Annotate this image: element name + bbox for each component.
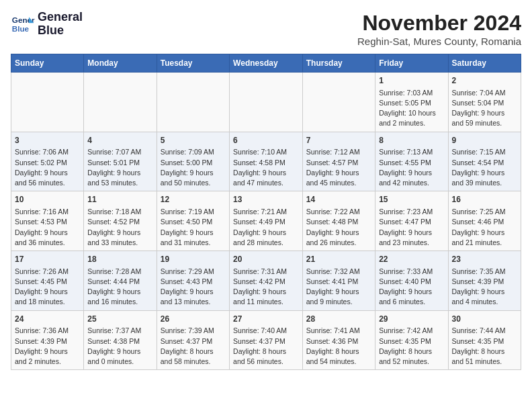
weekday-thursday: Thursday: [302, 54, 375, 73]
day-details: Sunrise: 7:39 AM Sunset: 4:37 PM Dayligh…: [161, 326, 226, 367]
day-number: 18: [87, 254, 152, 265]
day-number: 19: [161, 254, 226, 265]
day-details: Sunrise: 7:06 AM Sunset: 5:02 PM Dayligh…: [15, 147, 80, 188]
day-number: 24: [15, 314, 80, 325]
day-cell: 10Sunrise: 7:16 AM Sunset: 4:53 PM Dayli…: [11, 191, 84, 251]
day-details: Sunrise: 7:16 AM Sunset: 4:53 PM Dayligh…: [15, 207, 80, 248]
logo-name: General Blue: [38, 11, 83, 38]
day-number: 2: [452, 75, 518, 87]
day-number: 30: [452, 314, 518, 325]
day-cell: 28Sunrise: 7:41 AM Sunset: 4:36 PM Dayli…: [302, 310, 375, 370]
day-details: Sunrise: 7:07 AM Sunset: 5:01 PM Dayligh…: [87, 147, 152, 188]
calendar-header: SundayMondayTuesdayWednesdayThursdayFrid…: [11, 54, 521, 73]
day-details: Sunrise: 7:36 AM Sunset: 4:39 PM Dayligh…: [15, 326, 80, 367]
day-details: Sunrise: 7:26 AM Sunset: 4:45 PM Dayligh…: [15, 267, 80, 308]
day-number: 4: [87, 135, 152, 146]
calendar-table: SundayMondayTuesdayWednesdayThursdayFrid…: [11, 54, 521, 370]
day-number: 6: [233, 135, 299, 146]
day-cell: [84, 73, 157, 132]
header: General Blue General Blue November 2024 …: [11, 11, 521, 47]
day-cell: 16Sunrise: 7:25 AM Sunset: 4:46 PM Dayli…: [448, 191, 521, 251]
day-number: 12: [161, 194, 226, 205]
day-cell: 21Sunrise: 7:32 AM Sunset: 4:41 PM Dayli…: [302, 251, 375, 311]
day-cell: [11, 73, 84, 132]
day-cell: 3Sunrise: 7:06 AM Sunset: 5:02 PM Daylig…: [11, 132, 84, 191]
day-number: 8: [379, 135, 444, 146]
day-cell: [157, 73, 229, 132]
day-details: Sunrise: 7:19 AM Sunset: 4:50 PM Dayligh…: [161, 207, 226, 248]
day-number: 14: [306, 194, 371, 205]
logo: General Blue General Blue: [11, 11, 83, 38]
subtitle: Reghin-Sat, Mures County, Romania: [357, 36, 521, 47]
weekday-wednesday: Wednesday: [230, 54, 303, 73]
day-details: Sunrise: 7:42 AM Sunset: 4:35 PM Dayligh…: [379, 326, 444, 367]
day-cell: 1Sunrise: 7:03 AM Sunset: 5:05 PM Daylig…: [375, 73, 448, 132]
week-row-3: 10Sunrise: 7:16 AM Sunset: 4:53 PM Dayli…: [11, 191, 521, 251]
day-details: Sunrise: 7:40 AM Sunset: 4:37 PM Dayligh…: [233, 326, 299, 367]
week-row-1: 1Sunrise: 7:03 AM Sunset: 5:05 PM Daylig…: [11, 73, 521, 132]
day-cell: 14Sunrise: 7:22 AM Sunset: 4:48 PM Dayli…: [302, 191, 375, 251]
day-number: 27: [233, 314, 299, 325]
day-number: 20: [233, 254, 299, 265]
day-cell: 27Sunrise: 7:40 AM Sunset: 4:37 PM Dayli…: [230, 310, 303, 370]
day-cell: 8Sunrise: 7:13 AM Sunset: 4:55 PM Daylig…: [375, 132, 448, 191]
general-blue-icon: General Blue: [11, 12, 35, 36]
weekday-friday: Friday: [375, 54, 448, 73]
day-number: 25: [87, 314, 152, 325]
day-number: 23: [452, 254, 518, 265]
day-number: 7: [306, 135, 371, 146]
day-details: Sunrise: 7:18 AM Sunset: 4:52 PM Dayligh…: [87, 207, 152, 248]
svg-text:General: General: [12, 15, 35, 24]
day-cell: 2Sunrise: 7:04 AM Sunset: 5:04 PM Daylig…: [448, 73, 521, 132]
day-details: Sunrise: 7:44 AM Sunset: 4:35 PM Dayligh…: [452, 326, 518, 367]
day-details: Sunrise: 7:37 AM Sunset: 4:38 PM Dayligh…: [87, 326, 152, 367]
day-number: 10: [15, 194, 80, 205]
day-details: Sunrise: 7:31 AM Sunset: 4:42 PM Dayligh…: [233, 267, 299, 308]
day-cell: 9Sunrise: 7:15 AM Sunset: 4:54 PM Daylig…: [448, 132, 521, 191]
day-cell: 29Sunrise: 7:42 AM Sunset: 4:35 PM Dayli…: [375, 310, 448, 370]
day-cell: 26Sunrise: 7:39 AM Sunset: 4:37 PM Dayli…: [157, 310, 229, 370]
day-number: 11: [87, 194, 152, 205]
day-details: Sunrise: 7:15 AM Sunset: 4:54 PM Dayligh…: [452, 147, 518, 188]
day-number: 16: [452, 194, 518, 205]
day-details: Sunrise: 7:35 AM Sunset: 4:39 PM Dayligh…: [452, 267, 518, 308]
day-details: Sunrise: 7:28 AM Sunset: 4:44 PM Dayligh…: [87, 267, 152, 308]
day-number: 9: [452, 135, 518, 146]
day-number: 1: [379, 75, 444, 87]
day-number: 17: [15, 254, 80, 265]
day-cell: 4Sunrise: 7:07 AM Sunset: 5:01 PM Daylig…: [84, 132, 157, 191]
day-details: Sunrise: 7:29 AM Sunset: 4:43 PM Dayligh…: [161, 267, 226, 308]
title-block: November 2024 Reghin-Sat, Mures County, …: [357, 11, 521, 47]
day-number: 21: [306, 254, 371, 265]
day-details: Sunrise: 7:25 AM Sunset: 4:46 PM Dayligh…: [452, 207, 518, 248]
day-number: 28: [306, 314, 371, 325]
day-cell: 25Sunrise: 7:37 AM Sunset: 4:38 PM Dayli…: [84, 310, 157, 370]
weekday-tuesday: Tuesday: [157, 54, 229, 73]
day-number: 29: [379, 314, 444, 325]
day-number: 3: [15, 135, 80, 146]
week-row-4: 17Sunrise: 7:26 AM Sunset: 4:45 PM Dayli…: [11, 251, 521, 311]
day-details: Sunrise: 7:22 AM Sunset: 4:48 PM Dayligh…: [306, 207, 371, 248]
day-cell: 11Sunrise: 7:18 AM Sunset: 4:52 PM Dayli…: [84, 191, 157, 251]
month-title: November 2024: [357, 11, 521, 36]
week-row-2: 3Sunrise: 7:06 AM Sunset: 5:02 PM Daylig…: [11, 132, 521, 191]
day-cell: 12Sunrise: 7:19 AM Sunset: 4:50 PM Dayli…: [157, 191, 229, 251]
day-details: Sunrise: 7:03 AM Sunset: 5:05 PM Dayligh…: [379, 88, 444, 129]
weekday-sunday: Sunday: [11, 54, 84, 73]
day-cell: 6Sunrise: 7:10 AM Sunset: 4:58 PM Daylig…: [230, 132, 303, 191]
day-details: Sunrise: 7:13 AM Sunset: 4:55 PM Dayligh…: [379, 147, 444, 188]
day-cell: 5Sunrise: 7:09 AM Sunset: 5:00 PM Daylig…: [157, 132, 229, 191]
weekday-monday: Monday: [84, 54, 157, 73]
day-details: Sunrise: 7:32 AM Sunset: 4:41 PM Dayligh…: [306, 267, 371, 308]
day-cell: [302, 73, 375, 132]
weekday-saturday: Saturday: [448, 54, 521, 73]
day-number: 5: [161, 135, 226, 146]
week-row-5: 24Sunrise: 7:36 AM Sunset: 4:39 PM Dayli…: [11, 310, 521, 370]
day-cell: [230, 73, 303, 132]
day-number: 22: [379, 254, 444, 265]
day-cell: 30Sunrise: 7:44 AM Sunset: 4:35 PM Dayli…: [448, 310, 521, 370]
day-details: Sunrise: 7:10 AM Sunset: 4:58 PM Dayligh…: [233, 147, 299, 188]
day-details: Sunrise: 7:33 AM Sunset: 4:40 PM Dayligh…: [379, 267, 444, 308]
day-details: Sunrise: 7:12 AM Sunset: 4:57 PM Dayligh…: [306, 147, 371, 188]
day-cell: 23Sunrise: 7:35 AM Sunset: 4:39 PM Dayli…: [448, 251, 521, 311]
